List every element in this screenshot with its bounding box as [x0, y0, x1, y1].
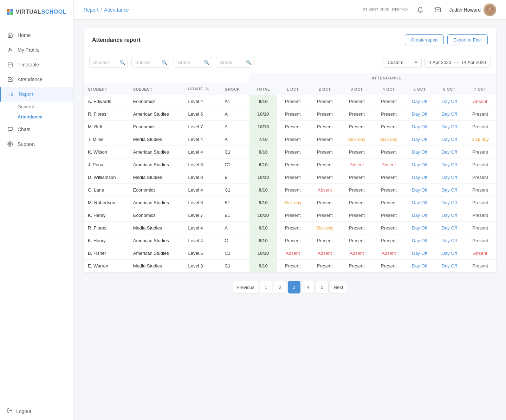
breadcrumb-current: Attendance [104, 7, 129, 13]
check-square-icon [7, 76, 13, 83]
date-range[interactable]: 1 Apr 2020 — 14 Apr 2020 [424, 57, 491, 68]
cell-group: C1 [220, 184, 249, 196]
cell-day-7: Present [464, 260, 496, 272]
cell-student: G. Lane [84, 184, 129, 196]
cell-day-2: Present [309, 159, 341, 171]
create-report-button[interactable]: Create raport [405, 34, 444, 45]
cell-grade: Level 6 [184, 159, 221, 171]
gear-icon [7, 141, 13, 147]
cell-day-7: Sick day [464, 133, 496, 146]
messages-button[interactable] [432, 4, 444, 16]
cell-day-5: Day Off [405, 247, 434, 260]
grade2-filter-wrap: 🔍 [216, 57, 254, 68]
col-student: STUDENT [84, 83, 129, 95]
logout-button[interactable]: Logout [0, 402, 73, 420]
table-row: R. Flores Media Studies Level 4 A 9/10 P… [84, 222, 496, 234]
sidebar-item-chats[interactable]: Chats [0, 122, 73, 137]
sidebar-subitem-general[interactable]: General [0, 102, 73, 112]
page-1-button[interactable]: 1 [260, 281, 272, 293]
cell-subject: American Studies [129, 196, 184, 209]
cell-day-1: Present [277, 95, 309, 108]
sidebar-item-timetable[interactable]: Timetable [0, 57, 73, 72]
breadcrumb: Report / Attendance [84, 7, 129, 13]
cell-day-6: Day Off [434, 222, 464, 234]
cell-day-1: Present [277, 260, 309, 272]
subject-input[interactable] [131, 57, 170, 68]
avatar [484, 4, 496, 16]
cell-subject: American Studies [129, 146, 184, 159]
grade-input[interactable] [174, 57, 212, 68]
cell-day-3: Present [341, 184, 373, 196]
page-2-button[interactable]: 2 [274, 281, 286, 293]
cell-student: B. Fisher [84, 247, 129, 260]
page-5-button[interactable]: 5 [316, 281, 329, 293]
cell-day-5: Day Off [405, 260, 434, 272]
cell-day-3: Present [341, 234, 373, 247]
next-page-button[interactable]: Next [330, 281, 347, 293]
cell-day-3: Present [341, 260, 373, 272]
cell-day-6: Day Off [434, 133, 464, 146]
cell-day-1: Present [277, 133, 309, 146]
logout-icon [7, 408, 13, 414]
cell-day-7: Present [464, 222, 496, 234]
col-6oct: 6 OCT [434, 83, 464, 95]
student-input[interactable] [89, 57, 128, 68]
sidebar-item-myprofile[interactable]: My Profile [0, 43, 73, 57]
table-row: K. Henry Economics Level 7 B1 10/10 Pres… [84, 209, 496, 222]
cell-subject: Economics [129, 95, 184, 108]
cell-day-7: Present [464, 108, 496, 121]
sidebar-item-attendance[interactable]: Attendance [0, 72, 73, 87]
table-row: K. Wilson American Studies Level 4 C1 9/… [84, 146, 496, 159]
table-row: M. Bell Economics Level 7 A 10/10 Presen… [84, 121, 496, 133]
notification-button[interactable] [414, 4, 426, 16]
cell-subject: American Studies [129, 159, 184, 171]
logo-icon [7, 6, 13, 18]
sidebar-item-home[interactable]: Home [0, 28, 73, 43]
cell-total: 10/10 [249, 121, 277, 133]
header-date: 21 SEP 2020, FRIDAY [363, 7, 408, 12]
cell-subject: American Studies [129, 234, 184, 247]
bar-chart-icon [8, 91, 14, 97]
cell-total: 9/10 [249, 196, 277, 209]
cell-day-3: Present [341, 146, 373, 159]
cell-day-1: Present [277, 159, 309, 171]
cell-day-5: Day Off [405, 184, 434, 196]
cell-day-2: Absent [309, 184, 341, 196]
prev-page-button[interactable]: Previous [233, 281, 258, 293]
cell-total: 9/10 [249, 234, 277, 247]
cell-grade: Level 4 [184, 133, 221, 146]
sidebar-item-support[interactable]: Support [0, 137, 73, 151]
cell-day-4: Present [373, 108, 405, 121]
cell-total: 9/10 [249, 260, 277, 272]
sidebar-item-report[interactable]: Report [0, 87, 73, 102]
col-grade: GRADE ⇅ [184, 83, 221, 95]
cell-day-6: Day Off [434, 247, 464, 260]
grade-sort-icon[interactable]: ⇅ [206, 87, 209, 91]
period-select[interactable]: Custom This Week This Month Last Month [383, 57, 422, 68]
cell-student: E. Warren [84, 260, 129, 272]
page-4-button[interactable]: 4 [302, 281, 314, 293]
cell-subject: American Studies [129, 108, 184, 121]
card-title: Attendance report [92, 37, 141, 43]
user-name: Judith Howard [449, 7, 481, 13]
cell-day-6: Day Off [434, 196, 464, 209]
table-row: B. Fisher American Studies Level 6 C1 10… [84, 247, 496, 260]
cell-group: A [220, 133, 249, 146]
cell-student: R. Flores [84, 222, 129, 234]
export-excel-button[interactable]: Export to Exel [447, 34, 488, 45]
main-content: Report / Attendance 21 SEP 2020, FRIDAY … [74, 0, 506, 420]
sidebar-subitem-attendance[interactable]: Attendance [0, 112, 73, 122]
cell-day-4: Present [373, 121, 405, 133]
page-header: Report / Attendance 21 SEP 2020, FRIDAY … [74, 0, 506, 20]
attendance-header-label: ATTENDANCE [277, 73, 496, 83]
cell-subject: Economics [129, 209, 184, 222]
cell-day-5: Day Off [405, 95, 434, 108]
page-3-button[interactable]: 3 [288, 281, 300, 293]
cell-day-2: Present [309, 108, 341, 121]
breadcrumb-parent[interactable]: Report [84, 7, 98, 13]
cell-day-1: Present [277, 121, 309, 133]
col-7oct: 7 OCT [464, 83, 496, 95]
grade2-input[interactable] [216, 57, 254, 68]
cell-day-1: Absent [277, 247, 309, 260]
sidebar-item-home-label: Home [18, 32, 31, 38]
